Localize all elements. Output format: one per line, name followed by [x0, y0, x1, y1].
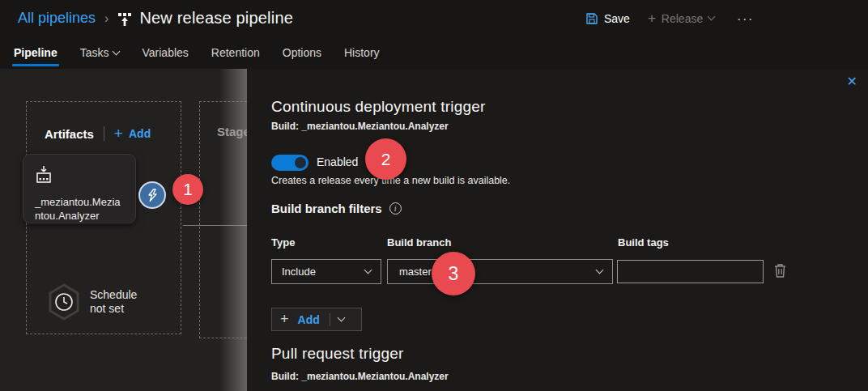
cd-trigger-badge[interactable] [138, 181, 166, 209]
app-header: All pipelines › New release pipeline Sav… [0, 0, 868, 36]
column-label-tags: Build tags [618, 236, 669, 249]
close-icon[interactable]: ✕ [847, 74, 857, 89]
breadcrumb-separator: › [104, 11, 108, 26]
schedule-trigger[interactable]: Schedule not set [45, 283, 137, 321]
delete-filter-button[interactable] [773, 263, 787, 281]
annotation-2: 2 [365, 138, 406, 180]
save-icon [586, 13, 598, 24]
tab-retention[interactable]: Retention [210, 36, 262, 69]
artifact-card[interactable]: _meziantou.Mezia ntou.Analyzer [23, 154, 136, 223]
chevron-down-icon [364, 266, 372, 274]
divider [104, 126, 104, 141]
clock-icon [45, 283, 83, 321]
build-artifact-icon [35, 165, 53, 185]
tab-label: Tasks [80, 46, 109, 59]
annotation-3: 3 [432, 252, 475, 295]
tab-label: Options [283, 46, 321, 59]
tab-label: Variables [142, 46, 188, 59]
add-filter-button[interactable]: + Add [271, 308, 362, 331]
save-label: Save [604, 12, 630, 25]
artifact-stage-connector [183, 225, 251, 226]
annotation-number: 3 [449, 263, 459, 285]
tab-options[interactable]: Options [281, 36, 323, 69]
chevron-down-icon [113, 47, 121, 55]
tab-label: Pipeline [14, 46, 57, 59]
schedule-line2: not set [90, 302, 137, 316]
artifacts-title: Artifacts [45, 127, 94, 141]
annotation-number: 2 [381, 150, 391, 169]
enabled-label: Enabled [317, 155, 358, 168]
enabled-toggle[interactable] [271, 155, 308, 171]
lightning-bolt-icon [147, 189, 159, 202]
tab-history[interactable]: History [343, 36, 381, 69]
add-artifact-button[interactable]: + Add [114, 125, 151, 142]
trash-icon [773, 263, 787, 278]
release-pipeline-icon [117, 12, 132, 27]
release-button: + Release [648, 11, 714, 27]
column-label-branch: Build branch [387, 236, 451, 249]
divider [330, 313, 330, 326]
chevron-down-icon [596, 266, 604, 274]
annotation-1: 1 [172, 174, 203, 205]
plus-icon: + [280, 311, 289, 328]
tab-variables[interactable]: Variables [140, 36, 189, 69]
build-branch-dropdown[interactable]: master [387, 259, 613, 284]
more-actions-button[interactable]: ··· [737, 11, 754, 25]
toggle-knob [295, 157, 306, 168]
column-label-type: Type [271, 236, 295, 249]
tab-bar: Pipeline Tasks Variables Retention Optio… [0, 36, 868, 69]
section-title-label: Build branch filters [271, 202, 382, 215]
cd-trigger-panel: ✕ Continuous deployment trigger Build: _… [247, 69, 868, 391]
build-branch-value: master [399, 266, 432, 278]
release-label: Release [662, 12, 703, 25]
plus-icon: + [648, 11, 656, 27]
annotation-number: 1 [183, 180, 193, 199]
build-branch-filters-title: Build branch filters i [271, 202, 402, 215]
chevron-down-icon [708, 13, 716, 21]
tab-label: Retention [211, 46, 260, 59]
chevron-down-icon[interactable] [337, 314, 345, 322]
type-dropdown-value: Include [282, 266, 316, 278]
tab-pipeline[interactable]: Pipeline [12, 36, 59, 69]
breadcrumb-all-pipelines[interactable]: All pipelines [18, 10, 96, 27]
cd-trigger-build: Build: _meziantou.Meziantou.Analyzer [271, 121, 449, 132]
cd-trigger-title: Continuous deployment trigger [271, 98, 486, 116]
artifact-name-line2: ntou.Analyzer [35, 209, 124, 223]
pr-trigger-build: Build: _meziantou.Meziantou.Analyzer [271, 371, 449, 382]
type-dropdown[interactable]: Include [271, 259, 381, 284]
pr-trigger-title: Pull request trigger [271, 345, 403, 363]
save-button[interactable]: Save [586, 12, 630, 25]
plus-icon: + [114, 125, 123, 142]
artifact-name-line1: _meziantou.Mezia [35, 195, 124, 209]
build-tags-input[interactable] [617, 260, 764, 283]
add-filter-label: Add [298, 313, 320, 326]
schedule-line1: Schedule [90, 288, 137, 302]
add-artifact-label: Add [129, 127, 151, 140]
tab-label: History [344, 46, 380, 59]
page-title: New release pipeline [139, 9, 293, 28]
active-tab-underline [12, 64, 59, 66]
tab-tasks[interactable]: Tasks [79, 36, 121, 69]
info-icon[interactable]: i [389, 202, 402, 215]
